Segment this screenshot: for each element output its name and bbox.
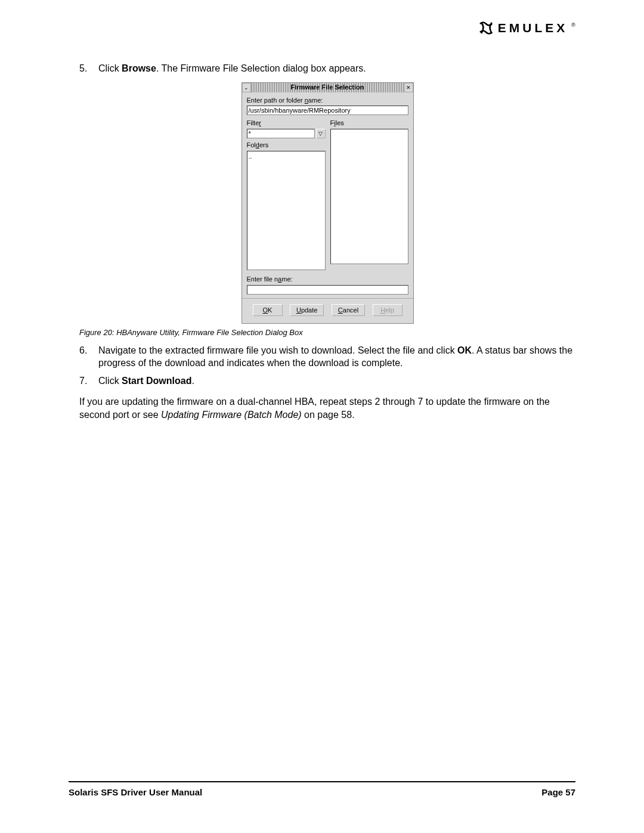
filename-label-pre: Enter file n — [247, 275, 278, 283]
emulex-logo-icon — [479, 21, 494, 35]
update-button[interactable]: Update — [290, 304, 324, 316]
trailer-italic: Updating Firmware (Batch Mode) — [161, 410, 302, 420]
footer-left: Solaris SFS Driver User Manual — [69, 787, 202, 797]
step-7: 7. Click Start Download. — [98, 374, 575, 388]
footer-right: Page 57 — [541, 787, 575, 797]
update-u: U — [296, 306, 301, 315]
close-button[interactable]: ✕ — [404, 83, 413, 92]
step-5-number: 5. — [79, 62, 87, 75]
header-logo-row: EMULEX ® — [69, 21, 575, 35]
filename-label-post: me: — [281, 275, 292, 283]
ok-post: K — [268, 306, 272, 315]
dialog-button-row: OK Update Cancel Help — [247, 299, 408, 317]
filter-dropdown-button[interactable]: ▽ — [316, 129, 326, 138]
help-button[interactable]: Help — [373, 304, 402, 316]
trailer-post: on page 58. — [302, 410, 355, 420]
cancel-button[interactable]: Cancel — [332, 304, 365, 316]
firmware-file-selection-dialog: ⌄ Firmware File Selection ✕ Enter path o… — [242, 82, 414, 324]
page-footer: Solaris SFS Driver User Manual Page 57 — [69, 781, 575, 797]
update-post: pdate — [301, 306, 318, 315]
help-u: H — [380, 306, 385, 315]
content-area: 5. Click Browse. The Firmware File Selec… — [69, 62, 575, 421]
folders-label: Folders — [247, 141, 326, 150]
dialog-titlebar: ⌄ Firmware File Selection ✕ — [242, 83, 413, 92]
step-5-pre: Click — [98, 63, 122, 73]
path-label: Enter path or folder name: — [247, 96, 408, 105]
step-7-bold: Start Download — [122, 376, 191, 386]
path-label-post: ame: — [308, 97, 323, 104]
trailer-paragraph: If you are updating the firmware on a du… — [79, 395, 575, 421]
ok-button[interactable]: OK — [253, 304, 283, 316]
folders-listbox[interactable]: .. — [247, 151, 326, 270]
filter-input[interactable]: * — [247, 129, 315, 138]
cancel-u: C — [338, 306, 343, 315]
step-6: 6. Navigate to the extracted firmware fi… — [98, 344, 575, 370]
figure-caption: Figure 20: HBAnyware Utility, Firmware F… — [79, 327, 575, 338]
files-label-post: les — [336, 119, 344, 126]
step-6-pre: Navigate to the extracted firmware file … — [98, 345, 457, 355]
sysmenu-button[interactable]: ⌄ — [242, 83, 251, 92]
folders-label-post: ers — [259, 141, 268, 148]
filename-label: Enter file name: — [247, 275, 408, 284]
folders-label-pre: Fol — [247, 141, 256, 148]
emulex-logo-text: EMULEX — [498, 21, 568, 35]
filter-label-u: r — [259, 119, 261, 126]
step-5-bold: Browse — [122, 63, 156, 73]
cancel-post: ancel — [343, 306, 358, 315]
step-5-post: . The Firmware File Selection dialog box… — [156, 63, 366, 73]
figure-wrapper: ⌄ Firmware File Selection ✕ Enter path o… — [79, 82, 575, 324]
help-post: elp — [385, 306, 394, 315]
dialog-title: Firmware File Selection — [289, 83, 367, 92]
filename-input[interactable] — [247, 285, 408, 295]
step-7-number: 7. — [79, 374, 87, 388]
step-6-number: 6. — [79, 344, 87, 357]
ok-u: O — [263, 306, 268, 315]
files-listbox[interactable] — [330, 129, 408, 264]
dialog-body: Enter path or folder name: /usr/sbin/hba… — [242, 92, 413, 323]
filter-label-pre: Filte — [247, 119, 259, 126]
step-6-bold: OK — [457, 345, 472, 355]
registered-mark: ® — [571, 22, 575, 28]
dialog-dragbar[interactable]: Firmware File Selection — [251, 83, 404, 92]
step-7-pre: Click — [98, 376, 122, 386]
files-label: Files — [330, 119, 408, 128]
emulex-logo: EMULEX ® — [479, 21, 575, 35]
path-input[interactable]: /usr/sbin/hbanyware/RMRepository — [247, 106, 408, 115]
step-5: 5. Click Browse. The Firmware File Selec… — [98, 62, 575, 75]
filter-label: Filter — [247, 119, 326, 128]
path-label-pre: Enter path or folder — [247, 97, 305, 104]
step-7-post: . — [191, 376, 194, 386]
